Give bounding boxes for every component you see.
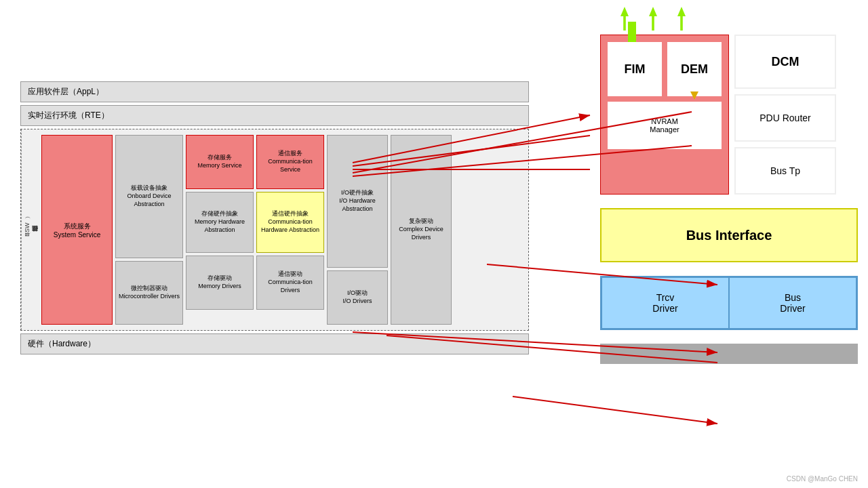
- left-section: 应用软件层（AppL） 实时运行环境（RTE） （BSW）基础软件层 系统服务 …: [20, 81, 529, 354]
- bsw-col-3: 通信服务 Communica-tion Service 通信硬件抽象 Commu…: [256, 135, 324, 325]
- green-up-arrow-3: [677, 7, 686, 30]
- system-service-label1: 系统服务: [64, 222, 91, 231]
- watermark: CSDN @ManGo CHEN: [787, 475, 858, 483]
- io-drivers-label1: I/O驱动: [347, 289, 368, 298]
- onboard-device-cell: 板载设备抽象 Onboard Device Abstraction: [115, 135, 183, 258]
- trcv-driver-label: Trcv Driver: [652, 292, 677, 314]
- nvram-label: NVRAM Manager: [650, 117, 679, 134]
- bsw-label: （BSW）基础软件层: [21, 129, 40, 330]
- bus-tp-box: Bus Tp: [734, 147, 836, 195]
- memory-service-label1: 存储服务: [208, 154, 232, 162]
- bus-tp-label: Bus Tp: [770, 165, 800, 176]
- driver-block: Trcv Driver Bus Driver: [600, 276, 858, 330]
- green-arrow-3: [677, 7, 686, 30]
- gray-bottom-block: [600, 344, 858, 364]
- bsw-col-1: 板载设备抽象 Onboard Device Abstraction 微控制器驱动…: [115, 135, 183, 325]
- fim-container: FIM: [608, 42, 662, 96]
- bus-interface-block: Bus Interface: [600, 208, 858, 262]
- green-up-arrow-2: [649, 7, 657, 30]
- memory-hw-abs-label1: 存储硬件抽象: [201, 210, 238, 218]
- mcu-drivers-label1: 微控制器驱动: [131, 285, 167, 293]
- fim-label: FIM: [625, 62, 646, 77]
- memory-drivers-cell: 存储驱动 Memory Drivers: [186, 256, 254, 310]
- left-red-block: FIM DEM NV: [600, 35, 729, 195]
- complex-drivers-label2: Complex Device Drivers: [395, 226, 447, 241]
- memory-service-label2: Memory Service: [197, 162, 241, 170]
- dcm-box: DCM: [734, 35, 836, 89]
- bsw-col-2: 存储服务 Memory Service 存储硬件抽象 Memory Hardwa…: [186, 135, 254, 325]
- right-modules-col: DCM PDU Router Bus Tp: [734, 35, 836, 195]
- io-drivers-cell: I/O驱动 I/O Drivers: [327, 270, 388, 325]
- trcv-driver-cell: Trcv Driver: [601, 277, 729, 329]
- onboard-device-label1: 板载设备抽象: [131, 184, 167, 192]
- comm-service-label2: Communica-tion Service: [261, 158, 319, 174]
- complex-drivers-cell: 复杂驱动 Complex Device Drivers: [391, 135, 452, 325]
- app-layer: 应用软件层（AppL）: [20, 81, 529, 102]
- top-block-container: FIM DEM NV: [600, 35, 858, 195]
- right-section: FIM DEM NV: [600, 7, 858, 364]
- comm-hw-abs-label2: Communica-tion Hardware Abstraction: [260, 218, 321, 234]
- dem-box: DEM: [667, 42, 722, 96]
- pdu-router-box: PDU Router: [734, 94, 836, 142]
- bus-driver-label: Bus Driver: [780, 292, 805, 314]
- bus-driver-cell: Bus Driver: [729, 277, 856, 329]
- comm-hw-abs-cell: 通信硬件抽象 Communica-tion Hardware Abstracti…: [256, 192, 324, 253]
- onboard-device-label2: Onboard Device Abstraction: [120, 192, 178, 208]
- bsw-inner: 系统服务 System Service 板载设备抽象 Onboard Devic…: [41, 135, 523, 325]
- bus-interface-label: Bus Interface: [686, 228, 772, 243]
- io-hw-abs-cell: I/O硬件抽象 I/O Hardware Abstraction: [327, 135, 388, 268]
- nvram-box: NVRAM Manager: [608, 102, 722, 149]
- comm-drivers-cell: 通信驱动 Communica-tion Drivers: [256, 256, 324, 310]
- io-hw-abs-label2: I/O Hardware Abstraction: [332, 197, 383, 213]
- memory-service-cell: 存储服务 Memory Service: [186, 135, 254, 189]
- hardware-layer: 硬件（Hardware）: [20, 333, 529, 354]
- comm-service-cell: 通信服务 Communica-tion Service: [256, 135, 324, 189]
- pdu-router-label: PDU Router: [760, 113, 810, 123]
- memory-hw-abs-label2: Memory Hardware Abstraction: [189, 218, 250, 234]
- fim-green-arrow: [628, 22, 636, 42]
- memory-hw-abs-cell: 存储硬件抽象 Memory Hardware Abstraction: [186, 192, 254, 253]
- memory-drivers-label2: Memory Drivers: [198, 283, 241, 291]
- comm-drivers-label1: 通信驱动: [278, 270, 302, 279]
- io-drivers-label2: I/O Drivers: [342, 298, 372, 306]
- fim-box: FIM: [608, 42, 662, 96]
- diagram-container: 应用软件层（AppL） 实时运行环境（RTE） （BSW）基础软件层 系统服务 …: [0, 0, 868, 488]
- bsw-block: （BSW）基础软件层 系统服务 System Service 板载设备抽象 On…: [20, 129, 529, 331]
- green-arrows-container: [600, 7, 858, 30]
- dem-container: DEM: [667, 42, 722, 96]
- memory-drivers-label1: 存储驱动: [208, 274, 232, 283]
- system-service-label2: System Service: [54, 231, 100, 239]
- rte-layer-label: 实时运行环境（RTE）: [28, 110, 109, 120]
- app-layer-label: 应用软件层（AppL）: [28, 87, 104, 96]
- comm-hw-abs-label1: 通信硬件抽象: [272, 210, 309, 218]
- bsw-col-4: I/O硬件抽象 I/O Hardware Abstraction I/O驱动 I…: [327, 135, 388, 325]
- dcm-label: DCM: [772, 55, 800, 69]
- watermark-text: CSDN @ManGo CHEN: [787, 475, 858, 483]
- dem-label: DEM: [681, 62, 708, 77]
- rte-layer: 实时运行环境（RTE）: [20, 105, 529, 126]
- mcu-drivers-cell: 微控制器驱动 Microcontroller Drivers: [115, 261, 183, 325]
- comm-drivers-label2: Communica-tion Drivers: [260, 279, 321, 294]
- arrow-hardware-to-bottom: [513, 396, 717, 424]
- io-hw-abs-label1: I/O硬件抽象: [341, 189, 374, 197]
- hardware-layer-label: 硬件（Hardware）: [28, 339, 96, 348]
- fim-dem-row: FIM DEM: [608, 42, 722, 96]
- yellow-down-arrow: [690, 92, 698, 100]
- system-service: 系统服务 System Service: [41, 135, 113, 325]
- green-arrow-2: [649, 7, 657, 30]
- comm-service-label1: 通信服务: [278, 150, 302, 158]
- bsw-col-5: 复杂驱动 Complex Device Drivers: [391, 135, 452, 325]
- mcu-drivers-label2: Microcontroller Drivers: [119, 293, 180, 301]
- complex-drivers-label1: 复杂驱动: [409, 218, 433, 226]
